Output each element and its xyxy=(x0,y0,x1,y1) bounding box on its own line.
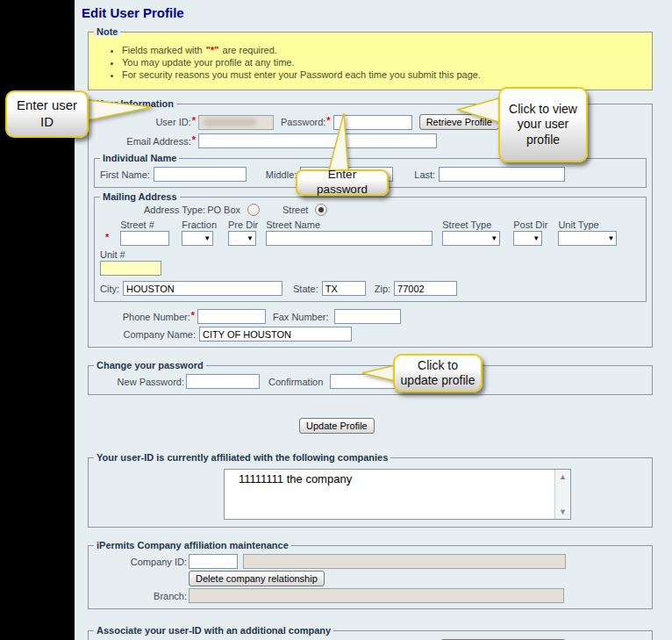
unit-type-group: Unit Type ▼ xyxy=(558,219,617,246)
state-label: State: xyxy=(293,284,318,294)
fax-number-input[interactable] xyxy=(334,309,401,324)
po-box-radio[interactable] xyxy=(247,204,260,216)
street-number-group: Street # xyxy=(120,219,169,246)
phone-fax-row: Phone Number:* Fax Number: xyxy=(94,309,647,324)
address-type-label: Address Type: xyxy=(144,205,205,215)
unit-number-group: Unit # xyxy=(100,249,640,276)
note-legend: Note xyxy=(94,26,120,37)
first-name-input[interactable] xyxy=(154,167,247,182)
retrieve-profile-button[interactable]: Retrieve Profile xyxy=(419,114,499,130)
change-password-section: Change your password New Password: Confi… xyxy=(88,360,653,395)
scroll-up-icon[interactable]: ▲ xyxy=(559,472,567,481)
street-type-group: Street Type ▼ xyxy=(442,219,500,246)
mailing-address-section: Mailing Address Address Type: PO Box Str… xyxy=(94,191,647,302)
view-profile-callout: Click to view your user profile xyxy=(498,87,588,162)
pre-dir-group: Pre Dir ▼ xyxy=(228,219,258,246)
note-item: For security reasons you must enter your… xyxy=(122,69,647,80)
branch-row: Branch: xyxy=(94,588,647,603)
unit-type-select[interactable]: ▼ xyxy=(558,231,617,246)
password-input[interactable] xyxy=(333,115,412,130)
zip-input[interactable] xyxy=(394,281,457,296)
user-information-legend: User Information xyxy=(94,98,176,109)
chevron-down-icon: ▼ xyxy=(490,234,497,242)
post-dir-group: Post Dir ▼ xyxy=(513,219,547,246)
update-profile-button[interactable]: Update Profile xyxy=(299,418,375,434)
required-marker: * xyxy=(191,310,195,320)
company-name-row: Company Name: xyxy=(94,327,647,342)
state-input[interactable] xyxy=(322,281,366,296)
associate-legend: Associate your user-ID with an additiona… xyxy=(94,625,333,636)
pre-dir-select[interactable]: ▼ xyxy=(228,231,256,246)
street-type-select[interactable]: ▼ xyxy=(442,231,500,246)
delete-company-relationship-button[interactable]: Delete company relationship xyxy=(189,571,325,586)
user-id-label: User ID:* xyxy=(94,117,197,127)
last-name-label: Last: xyxy=(414,169,435,180)
ipermits-company-id-label: Company ID: xyxy=(94,557,187,567)
street-address-row: * Street # Fraction ▼ Pre Dir ▼ Street N… xyxy=(100,219,640,246)
new-password-input[interactable] xyxy=(186,374,260,389)
middle-name-label: Middle: xyxy=(266,169,297,180)
unit-number-input[interactable] xyxy=(100,261,161,276)
required-marker: * xyxy=(192,134,196,145)
individual-name-legend: Individual Name xyxy=(100,153,179,163)
fax-number-label: Fax Number: xyxy=(273,312,329,322)
change-password-legend: Change your password xyxy=(94,360,206,370)
street-number-label: Street # xyxy=(120,219,169,230)
city-input[interactable] xyxy=(123,281,282,296)
required-marker: * xyxy=(192,115,196,126)
scroll-down-icon[interactable]: ▼ xyxy=(559,507,567,516)
street-name-label: Street Name xyxy=(266,219,433,230)
delete-relationship-row: Delete company relationship xyxy=(94,571,647,586)
last-name-input[interactable] xyxy=(439,167,565,182)
street-name-input[interactable] xyxy=(266,231,433,246)
password-label: Password:* xyxy=(281,117,332,127)
ipermits-company-name-display xyxy=(243,554,566,569)
note-item: Fields marked with "*" are required. xyxy=(122,45,647,55)
address-type-row: Address Type: PO Box Street xyxy=(100,204,640,216)
phone-number-label: Phone Number:* xyxy=(94,312,196,322)
redacted-user-id xyxy=(204,119,256,126)
street-radio[interactable] xyxy=(315,204,327,216)
update-profile-callout: Click to update profile xyxy=(393,354,483,392)
zip-label: Zip: xyxy=(375,284,390,294)
unit-type-label: Unit Type xyxy=(558,219,617,230)
city-state-zip-row: City: State: Zip: xyxy=(100,281,640,296)
fraction-label: Fraction xyxy=(182,219,217,230)
chevron-down-icon: ▼ xyxy=(204,234,211,242)
affiliation-item[interactable]: 11111111 the company xyxy=(225,470,554,519)
affiliations-legend: Your user-ID is currently affiliated wit… xyxy=(94,452,390,463)
post-dir-select[interactable]: ▼ xyxy=(513,231,542,246)
first-name-label: First Name: xyxy=(100,169,150,180)
affiliations-section: Your user-ID is currently affiliated wit… xyxy=(88,452,653,528)
post-dir-label: Post Dir xyxy=(513,219,547,230)
update-profile-row: Update Profile xyxy=(299,418,663,434)
city-label: City: xyxy=(100,284,119,294)
street-number-input[interactable] xyxy=(120,231,169,246)
company-name-input[interactable] xyxy=(199,327,352,342)
required-marker: "*" xyxy=(206,45,219,55)
street-type-label: Street Type xyxy=(442,219,500,230)
company-name-label: Company Name: xyxy=(94,329,196,340)
note-item: You may update your profile at any time. xyxy=(122,57,647,68)
listbox-scrollbar[interactable]: ▲ ▼ xyxy=(554,470,570,519)
new-password-label: New Password: xyxy=(94,377,184,387)
ipermits-section: iPermits Company affiliation maintenance… xyxy=(88,540,653,609)
email-input[interactable] xyxy=(198,133,437,148)
street-name-group: Street Name xyxy=(266,219,433,246)
note-section: Note Fields marked with "*" are required… xyxy=(88,26,653,90)
branch-display xyxy=(189,588,564,603)
affiliations-listbox[interactable]: 11111111 the company ▲ ▼ xyxy=(224,469,571,520)
page-title: Edit User Profile xyxy=(82,5,663,20)
branch-label: Branch: xyxy=(94,591,187,601)
mailing-address-legend: Mailing Address xyxy=(100,191,180,202)
enter-password-callout: Enter password xyxy=(296,169,389,196)
pre-dir-label: Pre Dir xyxy=(228,219,258,230)
enter-user-id-callout: Enter user ID xyxy=(5,90,89,138)
ipermits-company-id-input[interactable] xyxy=(189,554,238,569)
phone-number-input[interactable] xyxy=(197,309,266,324)
confirmation-label: Confirmation xyxy=(268,377,323,387)
unit-number-label: Unit # xyxy=(100,249,640,260)
ipermits-company-id-row: Company ID: xyxy=(94,554,647,569)
fraction-select[interactable]: ▼ xyxy=(182,231,213,246)
email-label: Email Address:* xyxy=(94,136,197,147)
